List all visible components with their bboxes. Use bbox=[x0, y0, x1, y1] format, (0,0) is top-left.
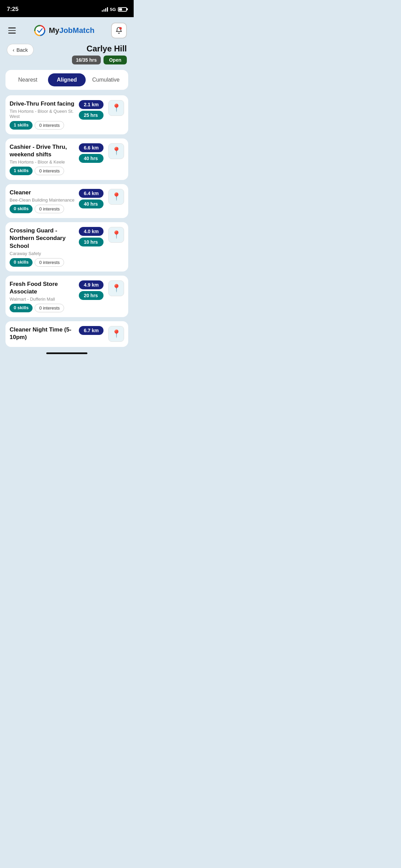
job-card[interactable]: Cleaner Bee-Clean Building Maintenance 0… bbox=[5, 184, 128, 218]
job-card-inner: Drive-Thru Front facing Tim Hortons - Bl… bbox=[10, 100, 124, 130]
logo-my: My bbox=[49, 26, 59, 35]
map-button[interactable]: 📍 bbox=[108, 326, 124, 342]
job-card[interactable]: Cleaner Night Time (5-10pm) 6.7 km 📍 bbox=[5, 321, 128, 347]
tab-cumulative[interactable]: Cumulative bbox=[87, 73, 125, 86]
logo-text: MyJobMatch bbox=[49, 26, 94, 35]
job-company: Tim Hortons - Bloor & Queen St. West bbox=[10, 109, 76, 119]
skills-tag: 1 skills bbox=[10, 167, 33, 175]
notification-button[interactable] bbox=[111, 23, 127, 38]
status-badge: Open bbox=[104, 56, 127, 64]
badges-col: 2.1 km 25 hrs bbox=[79, 100, 104, 120]
skills-tag: 0 skills bbox=[10, 258, 33, 267]
user-section: ‹ Back Carlye Hill 16/35 hrs Open bbox=[0, 43, 134, 70]
map-button[interactable]: 📍 bbox=[108, 280, 124, 296]
bell-icon bbox=[115, 27, 123, 34]
job-list: Drive-Thru Front facing Tim Hortons - Bl… bbox=[0, 95, 134, 347]
signal-bars-icon bbox=[102, 7, 108, 12]
tab-nearest[interactable]: Nearest bbox=[9, 73, 47, 86]
job-left: Cleaner Night Time (5-10pm) bbox=[10, 326, 79, 342]
badges-col: 6.7 km bbox=[79, 326, 104, 335]
user-info: Carlye Hill 16/35 hrs Open bbox=[72, 44, 127, 64]
interests-tag: 0 interests bbox=[35, 258, 64, 267]
hours-badge: 40 hrs bbox=[79, 200, 104, 208]
map-button[interactable]: 📍 bbox=[108, 100, 124, 116]
job-tags: 0 skills 0 interests bbox=[10, 304, 76, 312]
job-left: Crossing Guard - Northern Secondary Scho… bbox=[10, 227, 79, 266]
job-card-inner: Fresh Food Store Associate Walmart - Duf… bbox=[10, 280, 124, 312]
job-card-inner: Crossing Guard - Northern Secondary Scho… bbox=[10, 227, 124, 266]
tab-row: Nearest Aligned Cumulative bbox=[9, 73, 125, 86]
job-right-col: 6.4 km 40 hrs 📍 bbox=[79, 189, 124, 208]
map-button[interactable]: 📍 bbox=[108, 189, 124, 205]
logo-jobmatch: JobMatch bbox=[59, 26, 95, 35]
job-card-inner: Cleaner Night Time (5-10pm) 6.7 km 📍 bbox=[10, 326, 124, 342]
map-pin-icon: 📍 bbox=[112, 230, 121, 239]
job-left: Fresh Food Store Associate Walmart - Duf… bbox=[10, 280, 79, 312]
skills-tag: 0 skills bbox=[10, 304, 33, 312]
interests-tag: 0 interests bbox=[35, 304, 64, 312]
interests-tag: 0 interests bbox=[35, 205, 64, 213]
hours-badge: 10 hrs bbox=[79, 238, 104, 246]
distance-badge: 6.6 km bbox=[79, 143, 104, 152]
job-title: Fresh Food Store Associate bbox=[10, 280, 76, 296]
app-logo: MyJobMatch bbox=[34, 24, 94, 37]
user-badges: 16/35 hrs Open bbox=[72, 56, 127, 64]
status-right: 5G bbox=[102, 7, 127, 12]
hours-badge: 16/35 hrs bbox=[72, 56, 101, 64]
badges-col: 6.4 km 40 hrs bbox=[79, 189, 104, 208]
job-right-col: 4.9 km 20 hrs 📍 bbox=[79, 280, 124, 300]
interests-tag: 0 interests bbox=[35, 167, 64, 175]
map-pin-icon: 📍 bbox=[112, 329, 121, 338]
job-title: Cleaner bbox=[10, 189, 76, 196]
job-tags: 0 skills 0 interests bbox=[10, 258, 76, 267]
job-card[interactable]: Fresh Food Store Associate Walmart - Duf… bbox=[5, 276, 128, 317]
tab-aligned[interactable]: Aligned bbox=[48, 73, 86, 86]
distance-badge: 2.1 km bbox=[79, 100, 104, 109]
badges-col: 6.6 km 40 hrs bbox=[79, 143, 104, 163]
job-left: Cleaner Bee-Clean Building Maintenance 0… bbox=[10, 189, 79, 213]
badges-col: 4.0 km 10 hrs bbox=[79, 227, 104, 246]
map-button[interactable]: 📍 bbox=[108, 227, 124, 243]
network-type: 5G bbox=[110, 7, 116, 12]
job-card[interactable]: Crossing Guard - Northern Secondary Scho… bbox=[5, 222, 128, 271]
job-company: Caraway Safety bbox=[10, 251, 76, 256]
battery-icon bbox=[118, 7, 127, 12]
job-right-col: 6.6 km 40 hrs 📍 bbox=[79, 143, 124, 163]
job-right-col: 4.0 km 10 hrs 📍 bbox=[79, 227, 124, 246]
job-card[interactable]: Cashier - Drive Thru, weekend shifts Tim… bbox=[5, 138, 128, 180]
job-right-col: 6.7 km 📍 bbox=[79, 326, 124, 342]
distance-badge: 4.9 km bbox=[79, 280, 104, 289]
home-bar bbox=[46, 352, 87, 354]
interests-tag: 0 interests bbox=[35, 121, 64, 130]
job-company: Tim Hortons - Bloor & Keele bbox=[10, 159, 76, 165]
job-tags: 1 skills 0 interests bbox=[10, 167, 76, 175]
job-card-inner: Cashier - Drive Thru, weekend shifts Tim… bbox=[10, 143, 124, 175]
job-title: Cashier - Drive Thru, weekend shifts bbox=[10, 143, 76, 158]
status-time: 7:25 bbox=[7, 6, 19, 13]
job-title: Drive-Thru Front facing bbox=[10, 100, 76, 108]
logo-icon bbox=[34, 24, 46, 37]
skills-tag: 1 skills bbox=[10, 121, 33, 130]
job-tags: 1 skills 0 interests bbox=[10, 121, 76, 130]
distance-badge: 6.4 km bbox=[79, 189, 104, 198]
job-company: Bee-Clean Building Maintenance bbox=[10, 197, 76, 203]
hamburger-menu-button[interactable] bbox=[7, 26, 17, 35]
hours-badge: 40 hrs bbox=[79, 154, 104, 163]
map-pin-icon: 📍 bbox=[112, 104, 121, 112]
distance-badge: 6.7 km bbox=[79, 326, 104, 335]
job-title: Crossing Guard - Northern Secondary Scho… bbox=[10, 227, 76, 250]
map-pin-icon: 📍 bbox=[112, 147, 121, 156]
job-company: Walmart - Dufferin Mall bbox=[10, 297, 76, 302]
back-button[interactable]: ‹ Back bbox=[7, 44, 34, 56]
tab-card: Nearest Aligned Cumulative bbox=[5, 70, 128, 90]
distance-badge: 4.0 km bbox=[79, 227, 104, 236]
back-chevron-icon: ‹ bbox=[13, 47, 14, 53]
badges-col: 4.9 km 20 hrs bbox=[79, 280, 104, 300]
hours-badge: 20 hrs bbox=[79, 291, 104, 300]
job-tags: 0 skills 0 interests bbox=[10, 205, 76, 213]
hours-badge: 25 hrs bbox=[79, 111, 104, 120]
job-card[interactable]: Drive-Thru Front facing Tim Hortons - Bl… bbox=[5, 95, 128, 134]
skills-tag: 0 skills bbox=[10, 205, 33, 213]
home-indicator bbox=[0, 347, 134, 357]
map-button[interactable]: 📍 bbox=[108, 143, 124, 159]
